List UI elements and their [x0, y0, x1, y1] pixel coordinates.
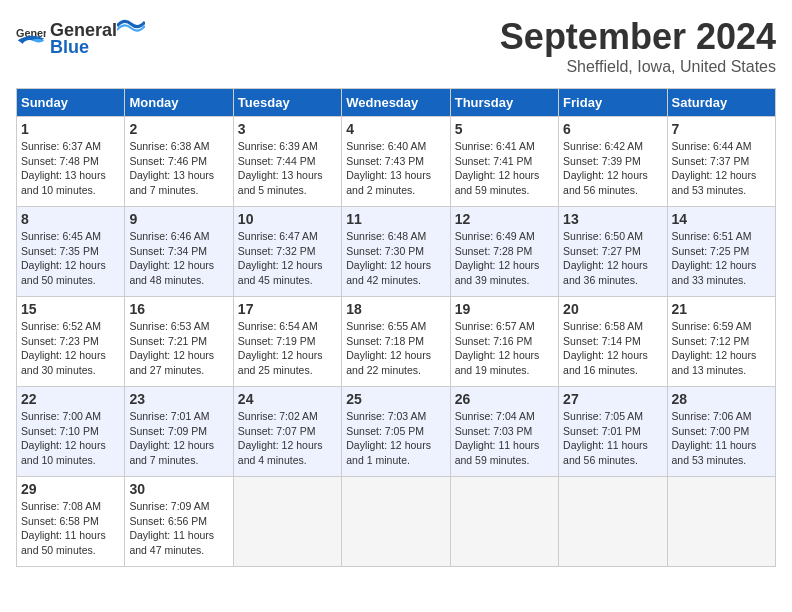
- cell-sun-info: Sunrise: 7:01 AMSunset: 7:09 PMDaylight:…: [129, 409, 228, 468]
- calendar-cell: 14Sunrise: 6:51 AMSunset: 7:25 PMDayligh…: [667, 207, 775, 297]
- cell-sun-info: Sunrise: 6:52 AMSunset: 7:23 PMDaylight:…: [21, 319, 120, 378]
- calendar-cell: 21Sunrise: 6:59 AMSunset: 7:12 PMDayligh…: [667, 297, 775, 387]
- cell-sun-info: Sunrise: 6:51 AMSunset: 7:25 PMDaylight:…: [672, 229, 771, 288]
- calendar-cell: 11Sunrise: 6:48 AMSunset: 7:30 PMDayligh…: [342, 207, 450, 297]
- cell-sun-info: Sunrise: 6:57 AMSunset: 7:16 PMDaylight:…: [455, 319, 554, 378]
- calendar-cell: 20Sunrise: 6:58 AMSunset: 7:14 PMDayligh…: [559, 297, 667, 387]
- cell-sun-info: Sunrise: 6:46 AMSunset: 7:34 PMDaylight:…: [129, 229, 228, 288]
- cell-sun-info: Sunrise: 6:48 AMSunset: 7:30 PMDaylight:…: [346, 229, 445, 288]
- cell-sun-info: Sunrise: 6:54 AMSunset: 7:19 PMDaylight:…: [238, 319, 337, 378]
- cell-sun-info: Sunrise: 6:37 AMSunset: 7:48 PMDaylight:…: [21, 139, 120, 198]
- calendar-cell: [233, 477, 341, 567]
- day-number: 10: [238, 211, 337, 227]
- cell-sun-info: Sunrise: 6:53 AMSunset: 7:21 PMDaylight:…: [129, 319, 228, 378]
- logo: General General Blue: [16, 16, 145, 58]
- cell-sun-info: Sunrise: 7:09 AMSunset: 6:56 PMDaylight:…: [129, 499, 228, 558]
- calendar-cell: 28Sunrise: 7:06 AMSunset: 7:00 PMDayligh…: [667, 387, 775, 477]
- calendar-cell: 16Sunrise: 6:53 AMSunset: 7:21 PMDayligh…: [125, 297, 233, 387]
- calendar-header-row: SundayMondayTuesdayWednesdayThursdayFrid…: [17, 89, 776, 117]
- calendar-cell: 29Sunrise: 7:08 AMSunset: 6:58 PMDayligh…: [17, 477, 125, 567]
- cell-sun-info: Sunrise: 6:41 AMSunset: 7:41 PMDaylight:…: [455, 139, 554, 198]
- day-number: 5: [455, 121, 554, 137]
- calendar-cell: 17Sunrise: 6:54 AMSunset: 7:19 PMDayligh…: [233, 297, 341, 387]
- calendar-cell: 24Sunrise: 7:02 AMSunset: 7:07 PMDayligh…: [233, 387, 341, 477]
- column-header-tuesday: Tuesday: [233, 89, 341, 117]
- day-number: 24: [238, 391, 337, 407]
- day-number: 13: [563, 211, 662, 227]
- calendar-week-row: 22Sunrise: 7:00 AMSunset: 7:10 PMDayligh…: [17, 387, 776, 477]
- calendar-cell: 26Sunrise: 7:04 AMSunset: 7:03 PMDayligh…: [450, 387, 558, 477]
- title-area: September 2024 Sheffield, Iowa, United S…: [500, 16, 776, 76]
- calendar-cell: 13Sunrise: 6:50 AMSunset: 7:27 PMDayligh…: [559, 207, 667, 297]
- calendar-week-row: 8Sunrise: 6:45 AMSunset: 7:35 PMDaylight…: [17, 207, 776, 297]
- column-header-thursday: Thursday: [450, 89, 558, 117]
- day-number: 29: [21, 481, 120, 497]
- cell-sun-info: Sunrise: 6:49 AMSunset: 7:28 PMDaylight:…: [455, 229, 554, 288]
- day-number: 20: [563, 301, 662, 317]
- day-number: 25: [346, 391, 445, 407]
- page-header: General General Blue September 2024 Shef…: [16, 16, 776, 76]
- cell-sun-info: Sunrise: 6:44 AMSunset: 7:37 PMDaylight:…: [672, 139, 771, 198]
- day-number: 4: [346, 121, 445, 137]
- day-number: 16: [129, 301, 228, 317]
- calendar-cell: 6Sunrise: 6:42 AMSunset: 7:39 PMDaylight…: [559, 117, 667, 207]
- cell-sun-info: Sunrise: 6:39 AMSunset: 7:44 PMDaylight:…: [238, 139, 337, 198]
- cell-sun-info: Sunrise: 6:47 AMSunset: 7:32 PMDaylight:…: [238, 229, 337, 288]
- calendar-cell: [342, 477, 450, 567]
- cell-sun-info: Sunrise: 6:58 AMSunset: 7:14 PMDaylight:…: [563, 319, 662, 378]
- calendar-cell: [667, 477, 775, 567]
- column-header-sunday: Sunday: [17, 89, 125, 117]
- calendar-cell: 30Sunrise: 7:09 AMSunset: 6:56 PMDayligh…: [125, 477, 233, 567]
- month-title: September 2024: [500, 16, 776, 58]
- day-number: 23: [129, 391, 228, 407]
- cell-sun-info: Sunrise: 6:42 AMSunset: 7:39 PMDaylight:…: [563, 139, 662, 198]
- day-number: 26: [455, 391, 554, 407]
- cell-sun-info: Sunrise: 7:03 AMSunset: 7:05 PMDaylight:…: [346, 409, 445, 468]
- cell-sun-info: Sunrise: 7:02 AMSunset: 7:07 PMDaylight:…: [238, 409, 337, 468]
- logo-wave-icon: [117, 16, 145, 36]
- calendar-week-row: 15Sunrise: 6:52 AMSunset: 7:23 PMDayligh…: [17, 297, 776, 387]
- day-number: 6: [563, 121, 662, 137]
- day-number: 18: [346, 301, 445, 317]
- calendar-cell: 1Sunrise: 6:37 AMSunset: 7:48 PMDaylight…: [17, 117, 125, 207]
- calendar-cell: 7Sunrise: 6:44 AMSunset: 7:37 PMDaylight…: [667, 117, 775, 207]
- calendar-week-row: 1Sunrise: 6:37 AMSunset: 7:48 PMDaylight…: [17, 117, 776, 207]
- cell-sun-info: Sunrise: 6:40 AMSunset: 7:43 PMDaylight:…: [346, 139, 445, 198]
- cell-sun-info: Sunrise: 6:50 AMSunset: 7:27 PMDaylight:…: [563, 229, 662, 288]
- day-number: 14: [672, 211, 771, 227]
- calendar-week-row: 29Sunrise: 7:08 AMSunset: 6:58 PMDayligh…: [17, 477, 776, 567]
- calendar-cell: 10Sunrise: 6:47 AMSunset: 7:32 PMDayligh…: [233, 207, 341, 297]
- day-number: 30: [129, 481, 228, 497]
- day-number: 19: [455, 301, 554, 317]
- logo-icon: General: [16, 25, 46, 49]
- calendar-cell: 23Sunrise: 7:01 AMSunset: 7:09 PMDayligh…: [125, 387, 233, 477]
- cell-sun-info: Sunrise: 6:38 AMSunset: 7:46 PMDaylight:…: [129, 139, 228, 198]
- column-header-wednesday: Wednesday: [342, 89, 450, 117]
- cell-sun-info: Sunrise: 7:05 AMSunset: 7:01 PMDaylight:…: [563, 409, 662, 468]
- calendar-cell: 8Sunrise: 6:45 AMSunset: 7:35 PMDaylight…: [17, 207, 125, 297]
- day-number: 21: [672, 301, 771, 317]
- column-header-friday: Friday: [559, 89, 667, 117]
- calendar-cell: 22Sunrise: 7:00 AMSunset: 7:10 PMDayligh…: [17, 387, 125, 477]
- day-number: 27: [563, 391, 662, 407]
- day-number: 28: [672, 391, 771, 407]
- calendar-cell: 25Sunrise: 7:03 AMSunset: 7:05 PMDayligh…: [342, 387, 450, 477]
- day-number: 9: [129, 211, 228, 227]
- day-number: 7: [672, 121, 771, 137]
- calendar-cell: 9Sunrise: 6:46 AMSunset: 7:34 PMDaylight…: [125, 207, 233, 297]
- day-number: 12: [455, 211, 554, 227]
- column-header-saturday: Saturday: [667, 89, 775, 117]
- calendar-cell: 4Sunrise: 6:40 AMSunset: 7:43 PMDaylight…: [342, 117, 450, 207]
- calendar-cell: [450, 477, 558, 567]
- calendar-table: SundayMondayTuesdayWednesdayThursdayFrid…: [16, 88, 776, 567]
- calendar-cell: 15Sunrise: 6:52 AMSunset: 7:23 PMDayligh…: [17, 297, 125, 387]
- cell-sun-info: Sunrise: 7:04 AMSunset: 7:03 PMDaylight:…: [455, 409, 554, 468]
- day-number: 3: [238, 121, 337, 137]
- cell-sun-info: Sunrise: 7:06 AMSunset: 7:00 PMDaylight:…: [672, 409, 771, 468]
- day-number: 11: [346, 211, 445, 227]
- day-number: 1: [21, 121, 120, 137]
- calendar-cell: 3Sunrise: 6:39 AMSunset: 7:44 PMDaylight…: [233, 117, 341, 207]
- day-number: 17: [238, 301, 337, 317]
- calendar-cell: 18Sunrise: 6:55 AMSunset: 7:18 PMDayligh…: [342, 297, 450, 387]
- cell-sun-info: Sunrise: 6:59 AMSunset: 7:12 PMDaylight:…: [672, 319, 771, 378]
